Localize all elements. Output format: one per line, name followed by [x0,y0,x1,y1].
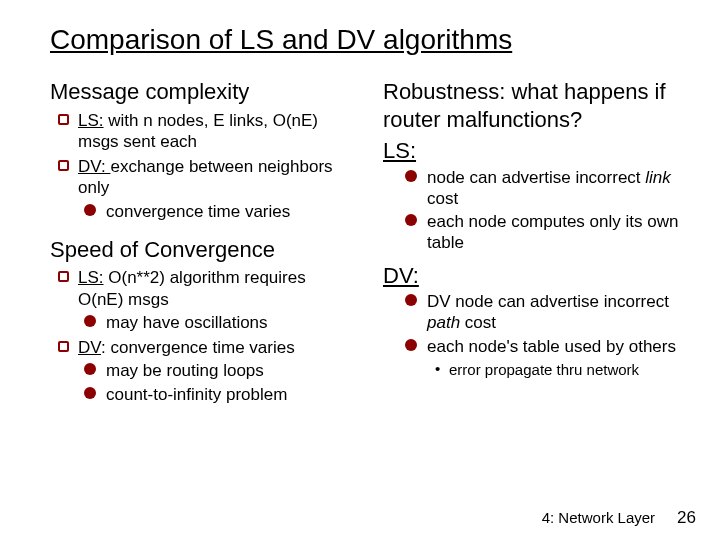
dv-block: DV node can advertise incorrect path cos… [383,291,684,380]
ls-speed-prefix: LS: [78,268,104,287]
slide: Comparison of LS and DV algorithms Messa… [0,0,720,540]
dv-tableused-text: each node's table used by others [427,337,676,356]
ls-speed-text: O(n**2) algorithm requires O(nE) msgs [78,268,306,308]
sublist-dv-error: error propagate thru network [429,361,684,380]
item-ls-msg: LS: with n nodes, E links, O(nE) msgs se… [58,110,351,153]
list-robust-dv: DV node can advertise incorrect path cos… [403,291,684,380]
heading-message-complexity: Message complexity [50,78,351,106]
item-dv-tableused: each node's table used by others error p… [405,336,684,380]
ls-linkcost-a: node can advertise incorrect [427,168,645,187]
item-dv-convergence: convergence time varies [84,201,351,222]
dv-speed-text: : convergence time varies [101,338,295,357]
ls-prefix: LS: [78,111,104,130]
dv-pathcost-c: cost [460,313,496,332]
ls-linkcost-c: cost [427,189,458,208]
robustness-prefix: Robustness: [383,79,505,104]
footer: 4: Network Layer 26 [542,508,696,528]
list-robust-ls: node can advertise incorrect link cost e… [403,167,684,254]
dv-speed-prefix: DV [78,338,101,357]
list-msg-complexity: LS: with n nodes, E links, O(nE) msgs se… [50,110,351,222]
ls-msg-text: with n nodes, E links, O(nE) msgs sent e… [78,111,318,151]
list-speed: LS: O(n**2) algorithm requires O(nE) msg… [50,267,351,405]
item-ls-linkcost: node can advertise incorrect link cost [405,167,684,210]
item-error-propagate: error propagate thru network [435,361,684,380]
item-dv-speed: DV: convergence time varies may be routi… [58,337,351,405]
page-number: 26 [677,508,696,528]
item-dv-msg: DV: exchange between neighbors only conv… [58,156,351,222]
dv-pathcost-em: path [427,313,460,332]
ls-heading: LS: [383,137,684,165]
footer-section: 4: Network Layer [542,509,655,526]
item-dv-pathcost: DV node can advertise incorrect path cos… [405,291,684,334]
slide-title: Comparison of LS and DV algorithms [50,24,684,56]
item-ls-owntable: each node computes only its own table [405,211,684,254]
ls-linkcost-em: link [645,168,671,187]
sublist-dv-msg: convergence time varies [82,201,351,222]
sublist-dv-speed: may be routing loops count-to-infinity p… [82,360,351,405]
item-ls-speed: LS: O(n**2) algorithm requires O(nE) msg… [58,267,351,333]
item-ls-oscillations: may have oscillations [84,312,351,333]
heading-speed: Speed of Convergence [50,236,351,264]
left-column: Message complexity LS: with n nodes, E l… [50,78,351,409]
item-dv-loops: may be routing loops [84,360,351,381]
sublist-ls-speed: may have oscillations [82,312,351,333]
item-dv-count-infinity: count-to-infinity problem [84,384,351,405]
dv-msg-text: exchange between neighbors only [78,157,333,197]
ls-block: node can advertise incorrect link cost e… [383,167,684,254]
heading-robustness: Robustness: what happens if router malfu… [383,78,684,133]
dv-pathcost-a: DV node can advertise incorrect [427,292,669,311]
columns: Message complexity LS: with n nodes, E l… [50,78,684,409]
dv-heading: DV: [383,262,684,290]
dv-prefix: DV: [78,157,110,176]
right-column: Robustness: what happens if router malfu… [383,78,684,409]
